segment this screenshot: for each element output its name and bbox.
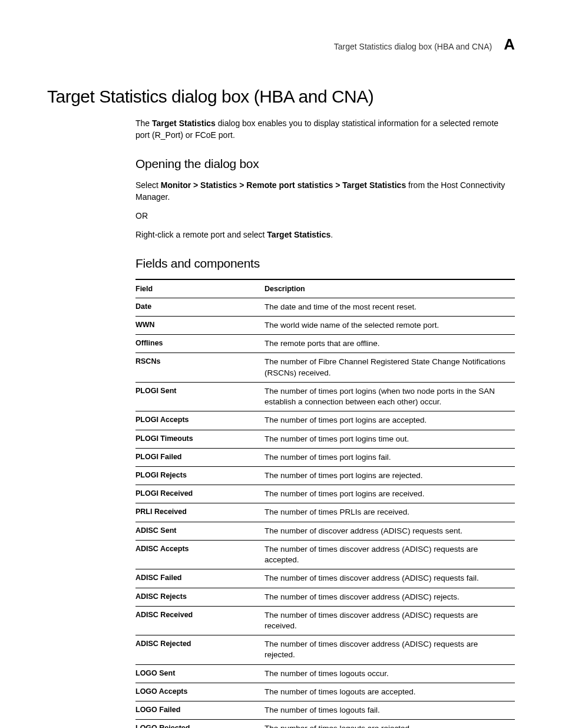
table-row: RSCNsThe number of Fibre Channel Registe…: [135, 353, 515, 382]
field-desc-cell: The remote ports that are offline.: [265, 335, 515, 353]
table-row: DateThe date and time of the most recent…: [135, 298, 515, 316]
field-desc-cell: The number of times port logins are rece…: [265, 485, 515, 503]
field-desc-cell: The number of times discover address (AD…: [265, 540, 515, 569]
field-desc-cell: The date and time of the most recent res…: [265, 298, 515, 316]
field-name-cell: Offlines: [135, 335, 265, 353]
field-name-cell: LOGO Accepts: [135, 683, 265, 701]
col-header-description: Description: [265, 279, 515, 298]
opening-line2-prefix: Right-click a remote port and select: [135, 230, 267, 239]
section-fields-heading: Fields and components: [135, 256, 515, 271]
field-name-cell: PLOGI Rejects: [135, 466, 265, 485]
field-name-cell: ADISC Failed: [135, 569, 265, 588]
field-desc-cell: The number of times logouts occur.: [265, 664, 515, 683]
field-desc-cell: The number of times port logins (when tw…: [265, 382, 515, 411]
opening-line2-bold: Target Statistics: [267, 230, 330, 239]
field-name-cell: ADISC Received: [135, 606, 265, 635]
field-name-cell: LOGO Failed: [135, 701, 265, 720]
field-name-cell: PLOGI Received: [135, 485, 265, 503]
table-row: WWNThe world wide name of the selected r…: [135, 317, 515, 335]
table-row: OfflinesThe remote ports that are offlin…: [135, 335, 515, 353]
opening-line-1: Select Monitor > Statistics > Remote por…: [135, 179, 515, 203]
table-row: PLOGI ReceivedThe number of times port l…: [135, 485, 515, 503]
field-name-cell: PLOGI Accepts: [135, 411, 265, 430]
opening-line1-prefix: Select: [135, 180, 161, 190]
table-row: LOGO SentThe number of times logouts occ…: [135, 664, 515, 683]
table-row: ADISC ReceivedThe number of times discov…: [135, 606, 515, 635]
field-name-cell: ADISC Sent: [135, 522, 265, 540]
table-row: ADISC SentThe number of discover address…: [135, 522, 515, 540]
field-name-cell: PRLI Received: [135, 503, 265, 522]
intro-paragraph: The Target Statistics dialog box enables…: [135, 117, 515, 141]
table-row: LOGO AcceptsThe number of times logouts …: [135, 683, 515, 701]
field-name-cell: ADISC Accepts: [135, 540, 265, 569]
table-row: PRLI ReceivedThe number of times PRLIs a…: [135, 503, 515, 522]
running-header: Target Statistics dialog box (HBA and CN…: [47, 35, 515, 54]
table-row: ADISC RejectedThe number of times discov…: [135, 635, 515, 664]
field-name-cell: ADISC Rejects: [135, 588, 265, 606]
table-row: PLOGI RejectsThe number of times port lo…: [135, 466, 515, 485]
opening-line1-bold: Monitor > Statistics > Remote port stati…: [161, 180, 406, 190]
appendix-letter: A: [504, 35, 515, 54]
table-row: LOGO RejectedThe number of times logouts…: [135, 720, 515, 728]
field-desc-cell: The number of times logouts are accepted…: [265, 683, 515, 701]
col-header-field: Field: [135, 279, 265, 298]
field-desc-cell: The world wide name of the selected remo…: [265, 317, 515, 335]
table-row: LOGO FailedThe number of times logouts f…: [135, 701, 515, 720]
section-opening-heading: Opening the dialog box: [135, 157, 515, 171]
table-row: PLOGI SentThe number of times port login…: [135, 382, 515, 411]
field-name-cell: WWN: [135, 317, 265, 335]
field-desc-cell: The number of times port logins fail.: [265, 448, 515, 466]
opening-line-2: Right-click a remote port and select Tar…: [135, 229, 515, 241]
table-row: PLOGI AcceptsThe number of times port lo…: [135, 411, 515, 430]
field-name-cell: PLOGI Failed: [135, 448, 265, 466]
opening-line2-suffix: .: [330, 230, 333, 239]
field-desc-cell: The number of discover address (ADISC) r…: [265, 522, 515, 540]
running-title: Target Statistics dialog box (HBA and CN…: [334, 42, 492, 51]
field-name-cell: PLOGI Timeouts: [135, 430, 265, 448]
fields-table: Field Description DateThe date and time …: [135, 279, 515, 728]
field-name-cell: RSCNs: [135, 353, 265, 382]
intro-prefix: The: [135, 118, 152, 128]
table-row: PLOGI FailedThe number of times port log…: [135, 448, 515, 466]
intro-bold: Target Statistics: [152, 118, 216, 128]
field-desc-cell: The number of times logouts fail.: [265, 701, 515, 720]
table-row: PLOGI TimeoutsThe number of times port l…: [135, 430, 515, 448]
table-row: ADISC RejectsThe number of times discove…: [135, 588, 515, 606]
opening-or: OR: [135, 210, 515, 222]
page-title: Target Statistics dialog box (HBA and CN…: [47, 87, 515, 107]
field-desc-cell: The number of Fibre Channel Registered S…: [265, 353, 515, 382]
field-desc-cell: The number of times logouts are rejected…: [265, 720, 515, 728]
field-desc-cell: The number of times discover address (AD…: [265, 569, 515, 588]
field-name-cell: ADISC Rejected: [135, 635, 265, 664]
field-desc-cell: The number of times port logins time out…: [265, 430, 515, 448]
field-desc-cell: The number of times port logins are acce…: [265, 411, 515, 430]
field-desc-cell: The number of times port logins are reje…: [265, 466, 515, 485]
field-desc-cell: The number of times discover address (AD…: [265, 588, 515, 606]
table-header-row: Field Description: [135, 279, 515, 298]
field-desc-cell: The number of times PRLIs are received.: [265, 503, 515, 522]
field-name-cell: Date: [135, 298, 265, 316]
page-container: Target Statistics dialog box (HBA and CN…: [0, 0, 562, 728]
field-desc-cell: The number of times discover address (AD…: [265, 635, 515, 664]
field-name-cell: LOGO Sent: [135, 664, 265, 683]
content-body: The Target Statistics dialog box enables…: [135, 117, 515, 728]
table-row: ADISC FailedThe number of times discover…: [135, 569, 515, 588]
field-name-cell: PLOGI Sent: [135, 382, 265, 411]
table-row: ADISC AcceptsThe number of times discove…: [135, 540, 515, 569]
field-desc-cell: The number of times discover address (AD…: [265, 606, 515, 635]
field-name-cell: LOGO Rejected: [135, 720, 265, 728]
